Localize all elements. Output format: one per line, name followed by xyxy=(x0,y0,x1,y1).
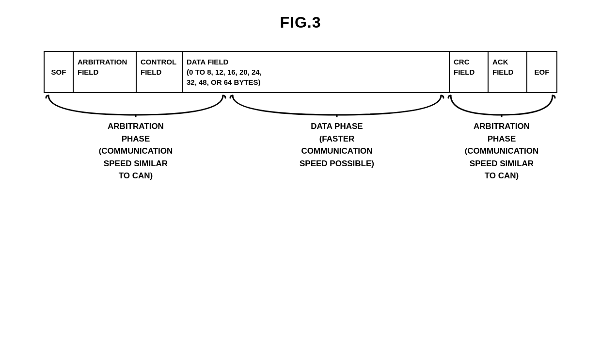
cell-data-field: DATA FIELD(0 TO 8, 12, 16, 20, 24,32, 48… xyxy=(183,52,450,92)
braces-row: ARBITRATIONPHASE(COMMUNICATIONSPEED SIMI… xyxy=(44,93,557,182)
label-arbitration-phase-1: ARBITRATIONPHASE(COMMUNICATIONSPEED SIMI… xyxy=(99,120,173,182)
brace-group-data-phase: DATA PHASE(FASTERCOMMUNICATIONSPEED POSS… xyxy=(228,93,446,182)
label-data-phase: DATA PHASE(FASTERCOMMUNICATIONSPEED POSS… xyxy=(300,120,374,170)
cell-control-field: CONTROL FIELD xyxy=(137,52,183,92)
brace-group-arbitration-1: ARBITRATIONPHASE(COMMUNICATIONSPEED SIMI… xyxy=(44,93,228,182)
brace-arb1-svg xyxy=(44,93,228,117)
cell-eof: EOF xyxy=(527,52,556,92)
figure-title: FIG.3 xyxy=(280,14,321,32)
brace-data-svg xyxy=(228,93,446,117)
frame-table: SOF ARBITRATION FIELD CONTROL FIELD DATA… xyxy=(44,51,557,93)
brace-arb2-svg xyxy=(446,93,557,117)
cell-arbitration-field: ARBITRATION FIELD xyxy=(74,52,137,92)
cell-sof: SOF xyxy=(45,52,74,92)
label-arbitration-phase-2: ARBITRATIONPHASE(COMMUNICATIONSPEED SIMI… xyxy=(465,120,539,182)
cell-ack-field: ACK FIELD xyxy=(489,52,527,92)
brace-group-arbitration-2: ARBITRATIONPHASE(COMMUNICATIONSPEED SIMI… xyxy=(446,93,557,182)
cell-crc-field: CRC FIELD xyxy=(450,52,489,92)
